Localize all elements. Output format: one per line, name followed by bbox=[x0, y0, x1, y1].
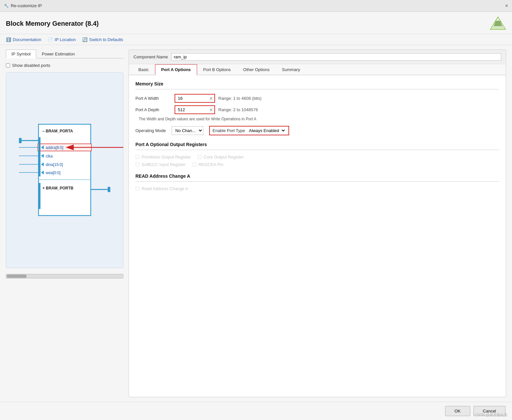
port-a-width-clear[interactable]: ✕ bbox=[208, 95, 214, 102]
scroll-thumb[interactable] bbox=[7, 275, 26, 278]
read-address-change-item[interactable]: Read Address Change A bbox=[135, 186, 499, 191]
app-icon: 🔧 bbox=[4, 4, 9, 8]
title-bar: 🔧 Re-customize IP × bbox=[0, 0, 512, 12]
checkbox-row-1: Primitives Output Register Core Output R… bbox=[135, 155, 499, 159]
softecc-input-register-checkbox[interactable] bbox=[135, 162, 140, 167]
component-name-input[interactable] bbox=[171, 53, 502, 61]
right-panel: Component Name Basic Port A Options Port… bbox=[129, 50, 506, 397]
core-output-register-checkbox[interactable] bbox=[197, 155, 202, 159]
output-registers-divider bbox=[135, 150, 499, 150]
content-area: IP Symbol Power Estimation Show disabled… bbox=[0, 45, 512, 402]
port-a-width-input[interactable] bbox=[175, 95, 208, 102]
switch-defaults-label: Switch to Defaults bbox=[89, 37, 123, 42]
tabs-bar: Basic Port A Options Port B Options Othe… bbox=[129, 64, 506, 75]
component-name-label: Component Name bbox=[133, 54, 168, 59]
svg-text:clka: clka bbox=[46, 154, 53, 158]
show-disabled-label: Show disabled ports bbox=[12, 63, 50, 68]
ip-location-button[interactable]: 📄 IP Location bbox=[48, 37, 76, 42]
tab-port-b-options[interactable]: Port B Options bbox=[197, 64, 237, 75]
softecc-input-register-label: SoftECC Input Register bbox=[142, 162, 186, 167]
read-address-title: READ Address Change A bbox=[135, 173, 499, 179]
port-a-depth-input-wrap: ✕ bbox=[175, 105, 215, 114]
tab-other-options[interactable]: Other Options bbox=[237, 64, 276, 75]
symbol-area: – BRAM_PORTA addra[8:0] clka di bbox=[6, 72, 123, 268]
toolbar: ℹ️ Documentation 📄 IP Location 🔄 Switch … bbox=[0, 34, 512, 45]
ip-location-label: IP Location bbox=[54, 37, 76, 42]
read-address-divider bbox=[135, 181, 499, 182]
checkbox-row-2: SoftECC Input Register REGCEA Pin bbox=[135, 162, 499, 167]
primitives-output-register-item[interactable]: Primitives Output Register bbox=[135, 155, 191, 159]
port-a-depth-input[interactable] bbox=[175, 106, 208, 113]
output-registers-section: Port A Optional Output Registers Primiti… bbox=[135, 142, 499, 167]
svg-text:+ BRAM_PORTB: + BRAM_PORTB bbox=[42, 186, 73, 190]
dialog-header: Block Memory Generator (8.4) bbox=[0, 12, 512, 34]
svg-rect-24 bbox=[108, 187, 110, 192]
read-address-change-checkbox[interactable] bbox=[135, 187, 140, 191]
main-dialog: Block Memory Generator (8.4) ℹ️ Document… bbox=[0, 12, 512, 420]
regcea-pin-label: REGCEA Pin bbox=[198, 162, 224, 167]
documentation-label: Documentation bbox=[13, 37, 41, 42]
operating-mode-label: Operating Mode bbox=[135, 128, 166, 133]
info-icon: ℹ️ bbox=[6, 37, 11, 42]
port-a-depth-row: Port A Depth ✕ Range: 2 to 1048576 bbox=[135, 105, 499, 114]
port-a-width-range: Range: 1 to 4608 (bits) bbox=[218, 96, 261, 101]
regcea-pin-item[interactable]: REGCEA Pin bbox=[192, 162, 224, 167]
component-name-bar: Component Name bbox=[129, 50, 506, 64]
title-bar-left: 🔧 Re-customize IP bbox=[4, 3, 42, 8]
port-a-width-label: Port A Width bbox=[135, 96, 171, 101]
primitives-output-register-checkbox[interactable] bbox=[135, 155, 140, 159]
mode-row: Operating Mode No Chan... Write First Re… bbox=[135, 126, 499, 135]
port-a-width-row: Port A Width ✕ Range: 1 to 4608 (bits) bbox=[135, 94, 499, 103]
left-tabs: IP Symbol Power Estimation bbox=[6, 50, 123, 58]
enable-port-wrap: Enable Port Type Always Enabled Use ENA … bbox=[209, 126, 289, 135]
port-a-depth-range: Range: 2 to 1048576 bbox=[218, 107, 258, 112]
show-disabled-row: Show disabled ports bbox=[6, 62, 123, 69]
svg-text:– BRAM_PORTA: – BRAM_PORTA bbox=[42, 129, 73, 133]
svg-rect-3 bbox=[39, 124, 91, 216]
show-disabled-checkbox[interactable] bbox=[6, 63, 10, 68]
output-registers-title: Port A Optional Output Registers bbox=[135, 142, 499, 147]
file-icon: 📄 bbox=[48, 37, 53, 42]
tab-port-a-options[interactable]: Port A Options bbox=[155, 64, 197, 75]
documentation-button[interactable]: ℹ️ Documentation bbox=[6, 37, 41, 42]
memory-size-title: Memory Size bbox=[135, 81, 499, 86]
ok-button[interactable]: OK bbox=[445, 406, 470, 416]
refresh-icon: 🔄 bbox=[82, 37, 87, 42]
primitives-output-register-label: Primitives Output Register bbox=[142, 155, 191, 159]
regcea-pin-checkbox[interactable] bbox=[192, 162, 196, 167]
svg-rect-26 bbox=[39, 183, 40, 209]
core-output-register-label: Core Output Register bbox=[204, 155, 244, 159]
svg-text:addra[8:0]: addra[8:0] bbox=[46, 145, 63, 150]
operating-mode-select[interactable]: No Chan... Write First Read First bbox=[172, 126, 203, 135]
bram-svg: – BRAM_PORTA addra[8:0] clka di bbox=[19, 114, 110, 225]
svg-text:dina[15:0]: dina[15:0] bbox=[46, 162, 63, 167]
horizontal-scrollbar[interactable] bbox=[6, 274, 123, 278]
svg-text:wea[0:0]: wea[0:0] bbox=[45, 171, 60, 175]
svg-rect-5 bbox=[19, 138, 22, 143]
title-bar-text: Re-customize IP bbox=[11, 3, 42, 8]
block-diagram: – BRAM_PORTA addra[8:0] clka di bbox=[19, 114, 110, 226]
softecc-input-register-item[interactable]: SoftECC Input Register bbox=[135, 162, 186, 167]
read-address-change-label: Read Address Change A bbox=[142, 186, 188, 191]
watermark: CSDN @岁月指尖流 bbox=[475, 412, 507, 417]
port-a-depth-clear[interactable]: ✕ bbox=[208, 107, 214, 113]
tab-basic[interactable]: Basic bbox=[132, 64, 155, 75]
enable-port-select[interactable]: Always Enabled Use ENA Pin bbox=[248, 128, 286, 133]
port-a-width-input-wrap: ✕ bbox=[175, 94, 215, 103]
tab-summary[interactable]: Summary bbox=[276, 64, 306, 75]
memory-size-divider bbox=[135, 89, 499, 89]
dialog-title: Block Memory Generator (8.4) bbox=[6, 20, 99, 27]
read-address-section: READ Address Change A Read Address Chang… bbox=[135, 173, 499, 191]
left-panel: IP Symbol Power Estimation Show disabled… bbox=[6, 50, 123, 397]
vivado-logo bbox=[490, 16, 506, 31]
enable-port-label: Enable Port Type bbox=[212, 128, 245, 133]
close-button[interactable]: × bbox=[505, 3, 508, 9]
switch-defaults-button[interactable]: 🔄 Switch to Defaults bbox=[82, 37, 123, 42]
port-a-depth-label: Port A Depth bbox=[135, 107, 171, 112]
dialog-footer: OK Cancel bbox=[0, 402, 512, 420]
tab-content-port-a: Memory Size Port A Width ✕ Range: 1 to 4… bbox=[129, 75, 506, 397]
tab-ip-symbol[interactable]: IP Symbol bbox=[6, 50, 36, 58]
core-output-register-item[interactable]: Core Output Register bbox=[197, 155, 244, 159]
svg-rect-25 bbox=[39, 137, 40, 176]
tab-power-estimation[interactable]: Power Estimation bbox=[36, 50, 80, 58]
